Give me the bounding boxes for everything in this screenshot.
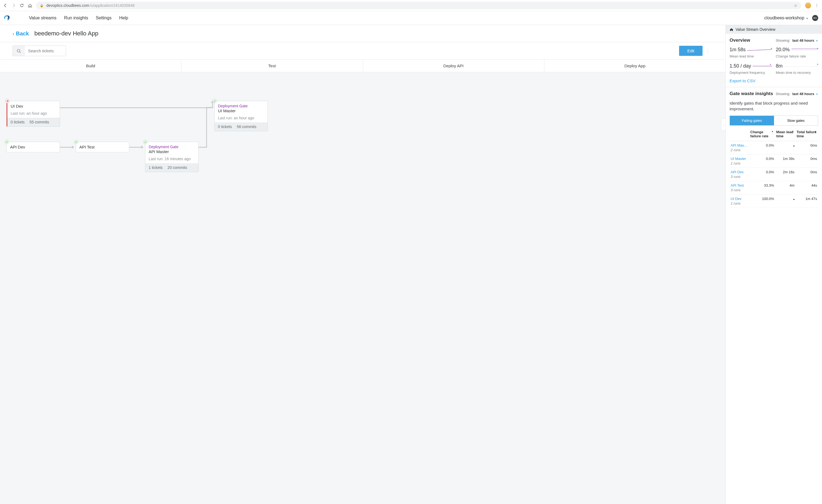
gate-tabs: Failing gates Slow gates <box>730 116 818 126</box>
forward-arrow-icon[interactable] <box>11 3 16 8</box>
gate-title: Gate waste insights <box>730 91 773 96</box>
title-row: Back beedemo-dev Hello App <box>0 25 726 42</box>
gate-link[interactable]: UI Master <box>731 157 748 161</box>
lock-icon: 🔒 <box>40 4 44 7</box>
table-row[interactable]: UI Master1 runs0.0%1m 39s0ms <box>730 154 818 168</box>
home-icon[interactable] <box>28 3 32 8</box>
table-row[interactable]: API Test3 runs33.3%4m44s <box>730 181 818 195</box>
col-mean-lead-time[interactable]: Mean lead time▼ <box>775 127 796 141</box>
card-tickets: 0 tickets <box>218 125 232 129</box>
url-host: devoptics.cloudbees.com <box>46 3 89 8</box>
card-gate-label: Deployment Gate <box>218 104 264 108</box>
reload-icon[interactable] <box>20 3 24 8</box>
pass-badge-icon: ✓ <box>143 140 147 144</box>
col-change-failure-rate[interactable]: Change failure rate▼ <box>749 127 775 141</box>
page-title: beedemo-dev Hello App <box>34 30 98 37</box>
pass-badge-icon: ✓ <box>74 140 78 144</box>
card-title: API Test <box>76 142 129 152</box>
side-panel: Value Stream Overview Overview Showing: … <box>726 25 822 504</box>
pass-badge-icon: ✓ <box>5 140 9 144</box>
card-tickets: 1 tickets <box>149 165 162 170</box>
arrow-icon <box>141 145 143 149</box>
stage-deploy-app: Deploy App <box>544 60 726 72</box>
card-gate-label: Deployment Gate <box>149 145 195 149</box>
export-csv-link[interactable]: Export to CSV <box>730 78 756 83</box>
card-commits: 56 commits <box>237 125 256 129</box>
fail-badge-icon: ✕ <box>5 99 10 103</box>
gate-link[interactable]: API Test <box>731 183 748 187</box>
gate-range-dropdown[interactable]: Showing: last 48 hours ▼ <box>776 92 818 96</box>
nav-help[interactable]: Help <box>119 16 128 20</box>
more-menu-icon[interactable]: ⋮ <box>703 48 713 54</box>
arrow-icon <box>72 145 74 149</box>
card-last-run: Last run: an hour ago <box>7 111 60 118</box>
stage-test: Test <box>181 60 363 72</box>
tab-failing-gates[interactable]: Failing gates <box>730 116 774 125</box>
app-logo[interactable] <box>4 14 11 22</box>
card-commits: 55 commits <box>29 120 49 124</box>
card-title: UI Master <box>218 108 236 113</box>
card-commits: 20 commits <box>167 165 187 170</box>
stage-headers: Build Test Deploy API Deploy App <box>0 60 726 72</box>
breadcrumb[interactable]: Value Stream Overview <box>726 25 822 34</box>
star-icon[interactable]: ☆ <box>794 3 797 8</box>
gate-desc: Identify gates that block progress and n… <box>730 100 818 112</box>
pipeline-canvas: ✕ UI Dev Last run: an hour ago 0 tickets… <box>0 72 726 504</box>
edit-button[interactable]: Edit <box>679 46 703 56</box>
search-input-wrap <box>13 45 66 56</box>
gate-link[interactable]: UI Dev <box>731 197 748 201</box>
address-bar[interactable]: 🔒 devoptics.cloudbees.com/u/application/… <box>36 2 801 9</box>
card-title: UI Dev <box>7 101 60 111</box>
card-tickets: 0 tickets <box>11 120 25 124</box>
chevron-down-icon: ▼ <box>816 40 818 42</box>
card-ui-master[interactable]: ✓ Deployment Gate UI Master Last run: an… <box>215 101 268 131</box>
tab-slow-gates[interactable]: Slow gates <box>774 116 818 125</box>
card-ui-dev[interactable]: ✕ UI Dev Last run: an hour ago 0 tickets… <box>7 101 60 127</box>
user-avatar[interactable]: BG <box>812 15 818 21</box>
connector <box>198 147 207 148</box>
back-arrow-icon[interactable] <box>3 3 8 8</box>
back-link[interactable]: Back <box>13 31 29 37</box>
card-api-test[interactable]: ✓ API Test <box>76 142 129 152</box>
browser-chrome: 🔒 devoptics.cloudbees.com/u/application/… <box>0 0 822 11</box>
metric-change-failure-rate: 20.0% Change failure rate <box>776 47 818 58</box>
svg-point-0 <box>17 49 20 52</box>
stage-build: Build <box>0 60 181 72</box>
table-row[interactable]: UI Dev1 runs100.0%1m 47s <box>730 195 818 208</box>
connector <box>206 107 212 108</box>
stage-deploy-api: Deploy API <box>363 60 544 72</box>
chevron-down-icon: ▼ <box>816 93 818 96</box>
card-title: API Dev <box>7 142 60 152</box>
sort-icon: ▼ <box>792 130 794 133</box>
nav-run-insights[interactable]: Run insights <box>64 16 88 20</box>
workspace-dropdown[interactable]: cloudbees-workshop <box>764 16 808 20</box>
card-title: API Master <box>149 149 169 154</box>
nav-value-streams[interactable]: Value streams <box>29 16 56 20</box>
browser-menu-icon[interactable]: ⋮ <box>815 3 819 8</box>
sort-icon: ▼ <box>814 130 817 133</box>
table-row[interactable]: API Dev3 runs0.0%2m 16s0ms <box>730 168 818 181</box>
overview-title: Overview <box>730 38 750 43</box>
gate-link[interactable]: API Mas… <box>731 143 748 147</box>
gate-table: Change failure rate▼ Mean lead time▼ Tot… <box>730 127 818 208</box>
search-input[interactable] <box>25 46 66 56</box>
col-total-failure-time[interactable]: Total failure time▼ <box>796 127 818 141</box>
connector <box>60 147 72 148</box>
connector <box>60 107 213 108</box>
card-api-master[interactable]: ✓ Deployment Gate API Master Last run: 1… <box>145 142 198 172</box>
gate-insights-section: Gate waste insights Showing: last 48 hou… <box>726 87 822 212</box>
toolbar: Edit ⋮ <box>0 42 726 60</box>
card-api-dev[interactable]: ✓ API Dev <box>7 142 60 152</box>
collapse-panel-toggle[interactable]: › <box>721 119 726 130</box>
search-icon <box>13 46 25 56</box>
main-nav: Value streams Run insights Settings Help <box>29 16 128 20</box>
overview-range-dropdown[interactable]: Showing: last 48 hours ▼ <box>776 38 818 42</box>
table-row[interactable]: API Mas…2 runs0.0%0ms <box>730 141 818 154</box>
metric-mtr: 8m Mean time to recovery <box>776 63 818 75</box>
gate-link[interactable]: API Dev <box>731 170 748 174</box>
url-path: /u/application/1614035848 <box>90 3 134 8</box>
profile-avatar[interactable] <box>805 2 811 8</box>
nav-settings[interactable]: Settings <box>96 16 111 20</box>
card-last-run: Last run: 16 minutes ago <box>145 157 198 163</box>
connector <box>129 147 141 148</box>
